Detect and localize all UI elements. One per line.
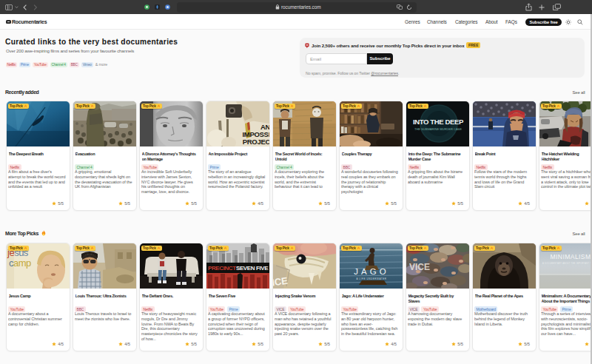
svg-text:THE SUBMARINE MURDER CASE: THE SUBMARINE MURDER CASE [414, 127, 462, 131]
svg-text:SEVEN FIVE: SEVEN FIVE [236, 265, 269, 272]
svg-text:ICE: ICE [273, 275, 289, 289]
svg-text:A DOCUMENTARY ABOUT THE IMPORT: A DOCUMENTARY ABOUT THE IMPORTANT THINGS [542, 262, 592, 265]
svg-text:VICE: VICE [409, 262, 430, 272]
svg-text:INTO THE DEEP: INTO THE DEEP [413, 118, 464, 126]
svg-text:JAGO: JAGO [354, 267, 388, 276]
svg-text:PROJEC: PROJEC [243, 138, 269, 146]
svg-text:camp: camp [9, 257, 31, 269]
svg-text:A LIFE UNDERWATER: A LIFE UNDERWATER [356, 277, 386, 280]
svg-text:PRECINCT: PRECINCT [208, 265, 236, 272]
svg-text:MINIMALISM: MINIMALISM [550, 253, 591, 260]
